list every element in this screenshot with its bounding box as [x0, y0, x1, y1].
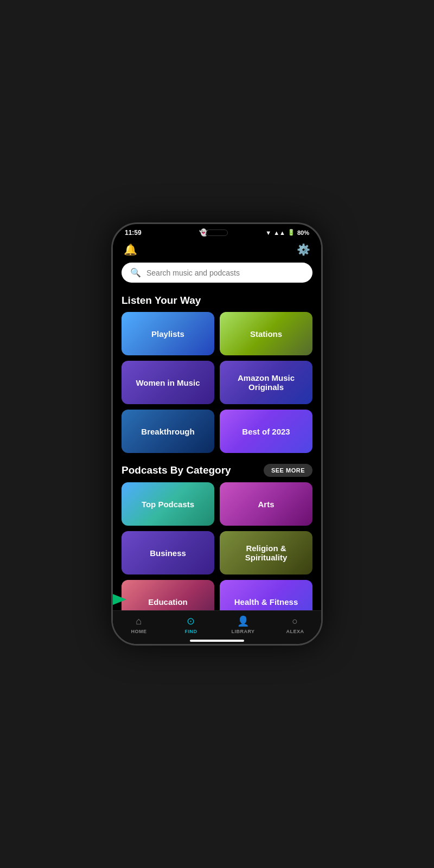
- green-arrow: [111, 588, 126, 611]
- tile-best-2023[interactable]: Best of 2023: [220, 410, 312, 453]
- library-label: LIBRARY: [231, 629, 254, 634]
- search-bar[interactable]: 🔍: [122, 263, 312, 283]
- see-more-button[interactable]: SEE MORE: [264, 464, 312, 477]
- notch: [206, 229, 228, 236]
- listen-your-way-title: Listen Your Way: [113, 291, 321, 312]
- tile-education-label: Education: [148, 597, 188, 607]
- nav-home[interactable]: ⌂ HOME: [123, 616, 155, 634]
- podcasts-title: Podcasts By Category: [122, 464, 231, 476]
- listen-your-way-grid: Playlists Stations Women in Music Amazon…: [113, 312, 321, 462]
- alexa-label: ALEXA: [286, 629, 304, 634]
- home-icon: ⌂: [136, 616, 142, 627]
- tile-best2023-label: Best of 2023: [242, 427, 290, 436]
- podcasts-grid: Top Podcasts Arts Business Religion & Sp…: [113, 482, 321, 632]
- nav-library[interactable]: 👤 LIBRARY: [227, 615, 259, 634]
- alexa-icon: ○: [292, 616, 298, 627]
- home-indicator: [190, 640, 244, 642]
- bell-icon[interactable]: 🔔: [124, 243, 137, 256]
- search-icon: 🔍: [130, 267, 141, 278]
- phone-frame: 11:59 👻 ▼ ▲▲ 🔋 80% 🔔 ⚙️ 🔍 Listen Your: [111, 222, 323, 646]
- search-input[interactable]: [146, 269, 304, 277]
- find-icon: ⊙: [187, 615, 195, 627]
- tile-originals-label: Amazon Music Originals: [224, 373, 308, 392]
- home-label: HOME: [131, 629, 147, 634]
- podcasts-section-header: Podcasts By Category SEE MORE: [113, 462, 321, 482]
- tile-playlists-label: Playlists: [151, 329, 184, 339]
- tile-religion-spirituality[interactable]: Religion & Spirituality: [220, 531, 312, 575]
- tile-business-label: Business: [150, 548, 186, 558]
- tile-top-podcasts[interactable]: Top Podcasts: [122, 482, 214, 526]
- tile-playlists[interactable]: Playlists: [122, 312, 214, 355]
- tile-business[interactable]: Business: [122, 531, 214, 575]
- status-icons: ▼ ▲▲ 🔋 80%: [265, 229, 309, 236]
- phone-screen: 11:59 👻 ▼ ▲▲ 🔋 80% 🔔 ⚙️ 🔍 Listen Your: [113, 224, 321, 644]
- tile-stations[interactable]: Stations: [220, 312, 312, 355]
- top-bar: 🔔 ⚙️: [113, 239, 321, 258]
- tile-arts[interactable]: Arts: [220, 482, 312, 526]
- tile-women-in-music[interactable]: Women in Music: [122, 361, 214, 404]
- find-label: FIND: [185, 629, 197, 634]
- wifi-icon: ▼: [265, 229, 271, 236]
- tile-religion-label: Religion & Spirituality: [224, 544, 308, 562]
- bottom-nav: ⌂ HOME ⊙ FIND 👤 LIBRARY ○ ALEXA: [113, 610, 321, 644]
- arrow-indicator: [111, 588, 126, 611]
- library-icon: 👤: [237, 615, 250, 627]
- battery-icon: 🔋: [288, 229, 295, 236]
- tile-stations-label: Stations: [250, 329, 282, 339]
- signal-icon: ▲▲: [273, 229, 285, 236]
- tile-health-label: Health & Fitness: [234, 597, 298, 607]
- tile-arts-label: Arts: [258, 500, 274, 509]
- tile-top-podcasts-label: Top Podcasts: [142, 500, 194, 509]
- settings-icon[interactable]: ⚙️: [297, 243, 310, 256]
- tile-amazon-originals[interactable]: Amazon Music Originals: [220, 361, 312, 404]
- nav-find[interactable]: ⊙ FIND: [175, 615, 207, 634]
- battery-percent: 80%: [297, 229, 309, 236]
- nav-alexa[interactable]: ○ ALEXA: [279, 616, 311, 634]
- tile-breakthrough-label: Breakthrough: [141, 427, 194, 436]
- scroll-content: 🔔 ⚙️ 🔍 Listen Your Way Playlists Station…: [113, 239, 321, 643]
- status-time: 11:59: [125, 229, 142, 237]
- tile-breakthrough[interactable]: Breakthrough: [122, 410, 214, 453]
- tile-women-label: Women in Music: [136, 378, 200, 387]
